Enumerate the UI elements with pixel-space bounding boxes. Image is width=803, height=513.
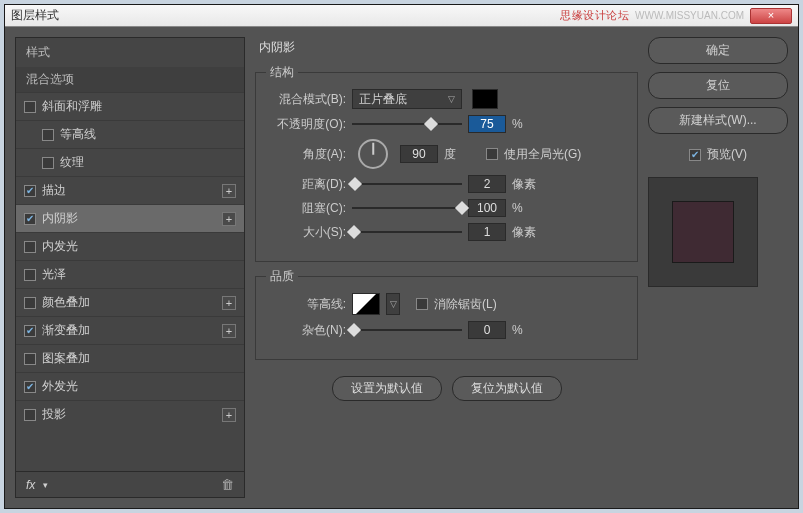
sidebar-item-1[interactable]: 等高线	[16, 120, 244, 148]
add-instance-icon[interactable]: +	[222, 324, 236, 338]
add-instance-icon[interactable]: +	[222, 296, 236, 310]
blend-mode-label: 混合模式(B):	[268, 91, 346, 108]
add-instance-icon[interactable]: +	[222, 408, 236, 422]
angle-dial[interactable]	[358, 139, 388, 169]
trash-icon[interactable]: 🗑	[221, 477, 234, 492]
choke-slider[interactable]	[352, 201, 462, 215]
sidebar-item-0[interactable]: 斜面和浮雕	[16, 92, 244, 120]
choke-value[interactable]: 100	[468, 199, 506, 217]
contour-label: 等高线:	[268, 296, 346, 313]
effect-checkbox[interactable]	[24, 213, 36, 225]
antialias-checkbox[interactable]	[416, 298, 428, 310]
effect-checkbox[interactable]	[24, 297, 36, 309]
ok-button[interactable]: 确定	[648, 37, 788, 64]
effect-label: 渐变叠加	[42, 322, 216, 339]
layer-style-dialog: 图层样式 思缘设计论坛 WWW.MISSYUAN.COM × 样式 混合选项 斜…	[4, 4, 799, 509]
sidebar-header: 样式	[16, 38, 244, 67]
make-default-button[interactable]: 设置为默认值	[332, 376, 442, 401]
contour-dropdown[interactable]: ▽	[386, 293, 400, 315]
sidebar-item-8[interactable]: 渐变叠加+	[16, 316, 244, 344]
cancel-button[interactable]: 复位	[648, 72, 788, 99]
choke-unit: %	[512, 201, 540, 215]
noise-unit: %	[512, 323, 540, 337]
slider-thumb[interactable]	[424, 117, 438, 131]
sidebar-item-9[interactable]: 图案叠加	[16, 344, 244, 372]
slider-thumb[interactable]	[347, 225, 361, 239]
sidebar-item-11[interactable]: 投影+	[16, 400, 244, 428]
effect-label: 内发光	[42, 238, 236, 255]
effect-checkbox[interactable]	[24, 185, 36, 197]
chevron-down-icon: ▽	[390, 299, 397, 309]
contour-picker[interactable]	[352, 293, 380, 315]
fx-icon[interactable]: fx	[26, 478, 35, 492]
global-light-checkbox[interactable]	[486, 148, 498, 160]
watermark-text: 思缘设计论坛	[560, 8, 629, 23]
blend-mode-value: 正片叠底	[359, 91, 407, 108]
effect-checkbox[interactable]	[24, 409, 36, 421]
distance-unit: 像素	[512, 176, 540, 193]
distance-slider[interactable]	[352, 177, 462, 191]
preview-checkbox[interactable]	[689, 149, 701, 161]
sidebar-footer: fx ▾ 🗑	[16, 471, 244, 497]
new-style-button[interactable]: 新建样式(W)...	[648, 107, 788, 134]
structure-legend: 结构	[266, 64, 298, 81]
preview-box	[648, 177, 758, 287]
preview-label: 预览(V)	[707, 146, 747, 163]
global-light-label: 使用全局光(G)	[504, 146, 581, 163]
blend-mode-select[interactable]: 正片叠底 ▽	[352, 89, 462, 109]
slider-thumb[interactable]	[348, 177, 362, 191]
sidebar-item-4[interactable]: 内阴影+	[16, 204, 244, 232]
angle-unit: 度	[444, 146, 472, 163]
shadow-color-swatch[interactable]	[472, 89, 498, 109]
effect-checkbox[interactable]	[24, 241, 36, 253]
effect-checkbox[interactable]	[42, 129, 54, 141]
add-instance-icon[interactable]: +	[222, 184, 236, 198]
effect-label: 内阴影	[42, 210, 216, 227]
noise-value[interactable]: 0	[468, 321, 506, 339]
fx-menu-caret[interactable]: ▾	[43, 480, 48, 490]
blending-options-item[interactable]: 混合选项	[16, 67, 244, 92]
effect-label: 纹理	[60, 154, 236, 171]
watermark-url: WWW.MISSYUAN.COM	[635, 10, 744, 21]
right-panel: 确定 复位 新建样式(W)... 预览(V)	[648, 37, 788, 498]
sidebar-item-7[interactable]: 颜色叠加+	[16, 288, 244, 316]
size-slider[interactable]	[352, 225, 462, 239]
sidebar-item-5[interactable]: 内发光	[16, 232, 244, 260]
effect-label: 光泽	[42, 266, 236, 283]
effect-title: 内阴影	[255, 37, 638, 58]
slider-thumb[interactable]	[347, 323, 361, 337]
close-button[interactable]: ×	[750, 8, 792, 24]
size-value[interactable]: 1	[468, 223, 506, 241]
opacity-label: 不透明度(O):	[268, 116, 346, 133]
sidebar-item-3[interactable]: 描边+	[16, 176, 244, 204]
effect-label: 等高线	[60, 126, 236, 143]
effect-checkbox[interactable]	[24, 381, 36, 393]
sidebar-item-6[interactable]: 光泽	[16, 260, 244, 288]
opacity-slider[interactable]	[352, 117, 462, 131]
effect-checkbox[interactable]	[24, 325, 36, 337]
effect-checkbox[interactable]	[24, 101, 36, 113]
sidebar-item-2[interactable]: 纹理	[16, 148, 244, 176]
effect-checkbox[interactable]	[24, 353, 36, 365]
chevron-down-icon: ▽	[448, 94, 455, 104]
size-label: 大小(S):	[268, 224, 346, 241]
antialias-label: 消除锯齿(L)	[434, 296, 497, 313]
titlebar: 图层样式 思缘设计论坛 WWW.MISSYUAN.COM ×	[5, 5, 798, 27]
structure-group: 结构 混合模式(B): 正片叠底 ▽ 不透明度(O): 75 % 角	[255, 72, 638, 262]
reset-default-button[interactable]: 复位为默认值	[452, 376, 562, 401]
effect-checkbox[interactable]	[42, 157, 54, 169]
opacity-unit: %	[512, 117, 540, 131]
effect-checkbox[interactable]	[24, 269, 36, 281]
opacity-value[interactable]: 75	[468, 115, 506, 133]
effect-label: 外发光	[42, 378, 236, 395]
quality-group: 品质 等高线: ▽ 消除锯齿(L) 杂色(N): 0 %	[255, 276, 638, 360]
angle-value[interactable]: 90	[400, 145, 438, 163]
add-instance-icon[interactable]: +	[222, 212, 236, 226]
window-title: 图层样式	[11, 7, 560, 24]
choke-label: 阻塞(C):	[268, 200, 346, 217]
noise-slider[interactable]	[352, 323, 462, 337]
distance-value[interactable]: 2	[468, 175, 506, 193]
effect-label: 颜色叠加	[42, 294, 216, 311]
slider-thumb[interactable]	[455, 201, 469, 215]
sidebar-item-10[interactable]: 外发光	[16, 372, 244, 400]
